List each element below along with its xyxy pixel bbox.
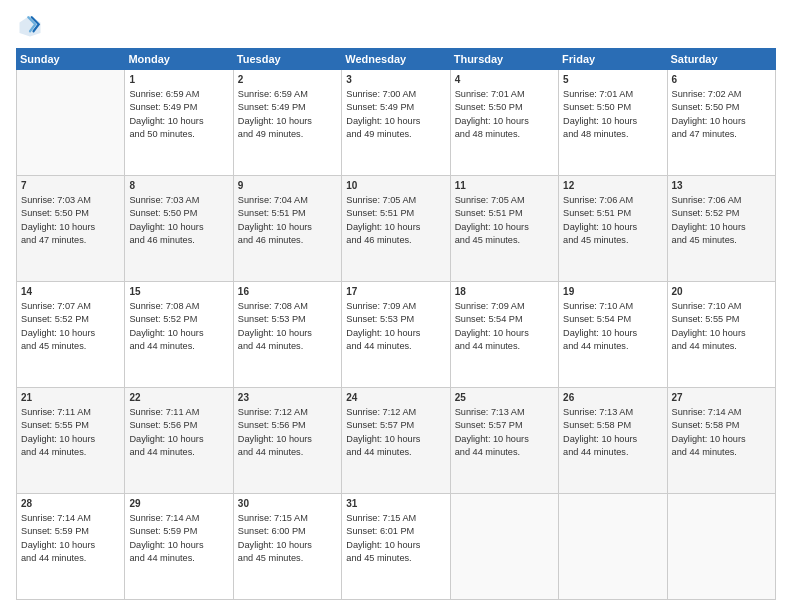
- calendar-table: SundayMondayTuesdayWednesdayThursdayFrid…: [16, 48, 776, 600]
- day-info: Sunrise: 7:15 AM Sunset: 6:00 PM Dayligh…: [238, 512, 337, 565]
- calendar-cell: [450, 494, 558, 600]
- day-number: 29: [129, 497, 228, 511]
- calendar-cell: 5Sunrise: 7:01 AM Sunset: 5:50 PM Daylig…: [559, 70, 667, 176]
- day-info: Sunrise: 7:13 AM Sunset: 5:58 PM Dayligh…: [563, 406, 662, 459]
- day-number: 27: [672, 391, 771, 405]
- day-info: Sunrise: 7:04 AM Sunset: 5:51 PM Dayligh…: [238, 194, 337, 247]
- header: [16, 12, 776, 40]
- calendar-cell: 19Sunrise: 7:10 AM Sunset: 5:54 PM Dayli…: [559, 282, 667, 388]
- day-info: Sunrise: 7:13 AM Sunset: 5:57 PM Dayligh…: [455, 406, 554, 459]
- day-info: Sunrise: 7:01 AM Sunset: 5:50 PM Dayligh…: [563, 88, 662, 141]
- weekday-header: Friday: [559, 49, 667, 70]
- logo: [16, 12, 48, 40]
- day-number: 14: [21, 285, 120, 299]
- calendar-cell: 31Sunrise: 7:15 AM Sunset: 6:01 PM Dayli…: [342, 494, 450, 600]
- day-number: 30: [238, 497, 337, 511]
- calendar-week-row: 7Sunrise: 7:03 AM Sunset: 5:50 PM Daylig…: [17, 176, 776, 282]
- calendar-cell: 2Sunrise: 6:59 AM Sunset: 5:49 PM Daylig…: [233, 70, 341, 176]
- weekday-header: Thursday: [450, 49, 558, 70]
- calendar-cell: 20Sunrise: 7:10 AM Sunset: 5:55 PM Dayli…: [667, 282, 775, 388]
- calendar-cell: 21Sunrise: 7:11 AM Sunset: 5:55 PM Dayli…: [17, 388, 125, 494]
- day-info: Sunrise: 7:12 AM Sunset: 5:56 PM Dayligh…: [238, 406, 337, 459]
- day-info: Sunrise: 7:07 AM Sunset: 5:52 PM Dayligh…: [21, 300, 120, 353]
- day-number: 1: [129, 73, 228, 87]
- weekday-header: Tuesday: [233, 49, 341, 70]
- calendar-cell: [667, 494, 775, 600]
- day-number: 19: [563, 285, 662, 299]
- calendar-cell: [559, 494, 667, 600]
- day-info: Sunrise: 7:00 AM Sunset: 5:49 PM Dayligh…: [346, 88, 445, 141]
- calendar-cell: 29Sunrise: 7:14 AM Sunset: 5:59 PM Dayli…: [125, 494, 233, 600]
- day-info: Sunrise: 7:09 AM Sunset: 5:54 PM Dayligh…: [455, 300, 554, 353]
- calendar-cell: 24Sunrise: 7:12 AM Sunset: 5:57 PM Dayli…: [342, 388, 450, 494]
- day-number: 20: [672, 285, 771, 299]
- calendar-cell: 25Sunrise: 7:13 AM Sunset: 5:57 PM Dayli…: [450, 388, 558, 494]
- day-info: Sunrise: 7:06 AM Sunset: 5:52 PM Dayligh…: [672, 194, 771, 247]
- calendar-week-row: 14Sunrise: 7:07 AM Sunset: 5:52 PM Dayli…: [17, 282, 776, 388]
- day-info: Sunrise: 7:05 AM Sunset: 5:51 PM Dayligh…: [346, 194, 445, 247]
- day-info: Sunrise: 7:12 AM Sunset: 5:57 PM Dayligh…: [346, 406, 445, 459]
- day-info: Sunrise: 7:05 AM Sunset: 5:51 PM Dayligh…: [455, 194, 554, 247]
- calendar-cell: 3Sunrise: 7:00 AM Sunset: 5:49 PM Daylig…: [342, 70, 450, 176]
- calendar-cell: 7Sunrise: 7:03 AM Sunset: 5:50 PM Daylig…: [17, 176, 125, 282]
- day-number: 9: [238, 179, 337, 193]
- calendar-cell: 11Sunrise: 7:05 AM Sunset: 5:51 PM Dayli…: [450, 176, 558, 282]
- day-number: 24: [346, 391, 445, 405]
- calendar-cell: 13Sunrise: 7:06 AM Sunset: 5:52 PM Dayli…: [667, 176, 775, 282]
- day-info: Sunrise: 7:09 AM Sunset: 5:53 PM Dayligh…: [346, 300, 445, 353]
- weekday-header: Wednesday: [342, 49, 450, 70]
- day-info: Sunrise: 7:14 AM Sunset: 5:58 PM Dayligh…: [672, 406, 771, 459]
- day-number: 22: [129, 391, 228, 405]
- day-number: 11: [455, 179, 554, 193]
- calendar-cell: 27Sunrise: 7:14 AM Sunset: 5:58 PM Dayli…: [667, 388, 775, 494]
- calendar-cell: 14Sunrise: 7:07 AM Sunset: 5:52 PM Dayli…: [17, 282, 125, 388]
- calendar-cell: 28Sunrise: 7:14 AM Sunset: 5:59 PM Dayli…: [17, 494, 125, 600]
- calendar-week-row: 21Sunrise: 7:11 AM Sunset: 5:55 PM Dayli…: [17, 388, 776, 494]
- day-number: 25: [455, 391, 554, 405]
- day-info: Sunrise: 7:03 AM Sunset: 5:50 PM Dayligh…: [21, 194, 120, 247]
- calendar-header-row: SundayMondayTuesdayWednesdayThursdayFrid…: [17, 49, 776, 70]
- day-number: 23: [238, 391, 337, 405]
- calendar-cell: 4Sunrise: 7:01 AM Sunset: 5:50 PM Daylig…: [450, 70, 558, 176]
- calendar-cell: 1Sunrise: 6:59 AM Sunset: 5:49 PM Daylig…: [125, 70, 233, 176]
- calendar-cell: 22Sunrise: 7:11 AM Sunset: 5:56 PM Dayli…: [125, 388, 233, 494]
- calendar-cell: 9Sunrise: 7:04 AM Sunset: 5:51 PM Daylig…: [233, 176, 341, 282]
- day-info: Sunrise: 6:59 AM Sunset: 5:49 PM Dayligh…: [238, 88, 337, 141]
- day-info: Sunrise: 7:08 AM Sunset: 5:53 PM Dayligh…: [238, 300, 337, 353]
- calendar-week-row: 28Sunrise: 7:14 AM Sunset: 5:59 PM Dayli…: [17, 494, 776, 600]
- day-info: Sunrise: 7:15 AM Sunset: 6:01 PM Dayligh…: [346, 512, 445, 565]
- logo-icon: [16, 12, 44, 40]
- day-info: Sunrise: 7:03 AM Sunset: 5:50 PM Dayligh…: [129, 194, 228, 247]
- day-number: 21: [21, 391, 120, 405]
- calendar-cell: 10Sunrise: 7:05 AM Sunset: 5:51 PM Dayli…: [342, 176, 450, 282]
- day-number: 17: [346, 285, 445, 299]
- day-info: Sunrise: 7:08 AM Sunset: 5:52 PM Dayligh…: [129, 300, 228, 353]
- day-info: Sunrise: 7:06 AM Sunset: 5:51 PM Dayligh…: [563, 194, 662, 247]
- day-number: 18: [455, 285, 554, 299]
- day-number: 13: [672, 179, 771, 193]
- calendar-cell: 17Sunrise: 7:09 AM Sunset: 5:53 PM Dayli…: [342, 282, 450, 388]
- calendar-cell: 16Sunrise: 7:08 AM Sunset: 5:53 PM Dayli…: [233, 282, 341, 388]
- day-info: Sunrise: 7:10 AM Sunset: 5:55 PM Dayligh…: [672, 300, 771, 353]
- day-number: 26: [563, 391, 662, 405]
- calendar-cell: 23Sunrise: 7:12 AM Sunset: 5:56 PM Dayli…: [233, 388, 341, 494]
- calendar-cell: 15Sunrise: 7:08 AM Sunset: 5:52 PM Dayli…: [125, 282, 233, 388]
- day-number: 31: [346, 497, 445, 511]
- day-info: Sunrise: 7:14 AM Sunset: 5:59 PM Dayligh…: [21, 512, 120, 565]
- day-number: 15: [129, 285, 228, 299]
- page: SundayMondayTuesdayWednesdayThursdayFrid…: [0, 0, 792, 612]
- day-info: Sunrise: 7:02 AM Sunset: 5:50 PM Dayligh…: [672, 88, 771, 141]
- weekday-header: Sunday: [17, 49, 125, 70]
- weekday-header: Monday: [125, 49, 233, 70]
- day-number: 5: [563, 73, 662, 87]
- day-number: 6: [672, 73, 771, 87]
- calendar-week-row: 1Sunrise: 6:59 AM Sunset: 5:49 PM Daylig…: [17, 70, 776, 176]
- day-number: 8: [129, 179, 228, 193]
- calendar-cell: [17, 70, 125, 176]
- weekday-header: Saturday: [667, 49, 775, 70]
- day-info: Sunrise: 7:14 AM Sunset: 5:59 PM Dayligh…: [129, 512, 228, 565]
- calendar-cell: 6Sunrise: 7:02 AM Sunset: 5:50 PM Daylig…: [667, 70, 775, 176]
- day-number: 2: [238, 73, 337, 87]
- day-info: Sunrise: 7:01 AM Sunset: 5:50 PM Dayligh…: [455, 88, 554, 141]
- day-number: 28: [21, 497, 120, 511]
